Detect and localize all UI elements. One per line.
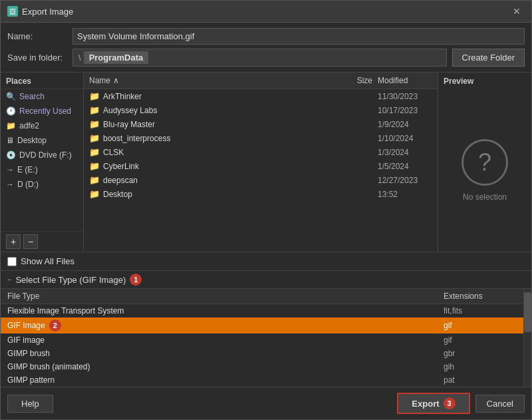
file-type-row[interactable]: GIMP pattern pat bbox=[1, 373, 523, 387]
col-type-header: File Type bbox=[7, 292, 444, 301]
title-bar: 🖼 Export Image ✕ bbox=[1, 1, 531, 23]
file-row[interactable]: 📁ArkThinker 11/30/2023 bbox=[84, 89, 438, 103]
file-row[interactable]: 📁Blu-ray Master 1/9/2024 bbox=[84, 117, 438, 131]
file-type-list: Flexible Image Transport System fit,fits… bbox=[1, 304, 523, 387]
dialog-title: Export Image bbox=[22, 7, 73, 17]
file-row[interactable]: 📁CyberLink 1/5/2024 bbox=[84, 159, 438, 173]
desktop-icon: 🖥 bbox=[6, 136, 14, 145]
preview-panel: Preview ? No selection bbox=[438, 73, 531, 252]
action-bar: Help Export 3 Cancel bbox=[1, 387, 531, 419]
places-panel: Places 🔍 Search 🕐 Recently Used 📁 adfe2 … bbox=[1, 73, 84, 252]
help-button[interactable]: Help bbox=[7, 395, 53, 413]
add-place-button[interactable]: + bbox=[6, 234, 21, 249]
select-file-type-label: Select File Type (GIF Image) bbox=[15, 275, 126, 285]
export-image-dialog: 🖼 Export Image ✕ Name: Save in folder: \… bbox=[0, 0, 532, 420]
search-icon: 🔍 bbox=[6, 92, 16, 101]
save-in-label: Save in folder: bbox=[7, 53, 67, 63]
toggle-icon: − bbox=[7, 276, 11, 284]
folder-icon: 📁 bbox=[89, 119, 100, 129]
remove-place-button[interactable]: − bbox=[23, 234, 38, 249]
places-header: Places bbox=[1, 73, 83, 89]
breadcrumb-bar: \ ProgramData bbox=[72, 49, 447, 67]
file-type-section: File Type Extensions Flexible Image Tran… bbox=[1, 289, 531, 387]
folder-icon: 📁 bbox=[89, 161, 100, 171]
places-label-adfe2: adfe2 bbox=[19, 121, 39, 130]
file-type-row[interactable]: GIMP brush (animated) gih bbox=[1, 360, 523, 373]
breadcrumb-sep: \ bbox=[78, 53, 81, 63]
clock-icon: 🕐 bbox=[6, 106, 16, 116]
folder-icon: 📁 bbox=[6, 121, 16, 130]
create-folder-button[interactable]: Create Folder bbox=[452, 49, 525, 67]
preview-header: Preview bbox=[438, 73, 479, 89]
places-label-e: E (E:) bbox=[17, 165, 38, 174]
places-label-desktop: Desktop bbox=[17, 136, 47, 145]
file-row[interactable]: 📁boost_interprocess 1/10/2024 bbox=[84, 131, 438, 145]
select-file-type-bar[interactable]: − Select File Type (GIF Image) 1 bbox=[1, 270, 531, 289]
places-label-dvd: DVD Drive (F:) bbox=[19, 150, 72, 160]
file-panel: Name ∧ Size Modified 📁ArkThinker 11/30/2… bbox=[84, 73, 438, 252]
name-label: Name: bbox=[7, 31, 67, 41]
dvd-icon: 💿 bbox=[6, 150, 16, 160]
folder-icon: 📁 bbox=[89, 189, 100, 199]
top-section: Name: Save in folder: \ ProgramData Crea… bbox=[1, 23, 531, 73]
file-type-scrollbar[interactable] bbox=[523, 289, 531, 387]
drive-e-icon: → bbox=[6, 165, 14, 174]
file-row[interactable]: 📁Desktop 13:52 bbox=[84, 187, 438, 201]
file-row[interactable]: 📁CLSK 1/3/2024 bbox=[84, 145, 438, 159]
annotation-badge-1: 1 bbox=[130, 274, 142, 286]
sort-arrow-icon: ∧ bbox=[113, 76, 119, 85]
file-type-row[interactable]: GIMP brush gbr bbox=[1, 347, 523, 360]
preview-no-selection: No selection bbox=[463, 192, 507, 202]
preview-area: ? No selection bbox=[462, 89, 508, 252]
places-item-dvd[interactable]: 💿 DVD Drive (F:) bbox=[1, 148, 83, 162]
preview-placeholder-icon: ? bbox=[462, 139, 508, 186]
file-type-header: File Type Extensions bbox=[1, 289, 523, 304]
show-all-label: Show All Files bbox=[21, 256, 74, 266]
filename-input[interactable] bbox=[72, 28, 525, 45]
show-all-row: Show All Files bbox=[1, 252, 531, 270]
file-row[interactable]: 📁Audyssey Labs 10/17/2023 bbox=[84, 103, 438, 117]
file-type-row[interactable]: GIF image gif bbox=[1, 333, 523, 347]
places-item-d[interactable]: → D (D:) bbox=[1, 177, 83, 192]
folder-icon: 📁 bbox=[89, 133, 100, 143]
places-actions: + − bbox=[1, 231, 83, 252]
folder-icon: 📁 bbox=[89, 175, 100, 185]
file-type-row[interactable]: Flexible Image Transport System fit,fits bbox=[1, 304, 523, 317]
drive-d-icon: → bbox=[6, 180, 14, 189]
app-icon: 🖼 bbox=[7, 6, 18, 17]
file-row[interactable]: 📁deepscan 12/27/2023 bbox=[84, 173, 438, 187]
annotation-badge-2: 2 bbox=[49, 319, 61, 331]
file-list: 📁ArkThinker 11/30/2023 📁Audyssey Labs 10… bbox=[84, 89, 438, 252]
col-name-header[interactable]: Name ∧ bbox=[84, 76, 331, 85]
scrollbar-thumb bbox=[524, 292, 531, 332]
bottom-section: Show All Files − Select File Type (GIF I… bbox=[1, 252, 531, 419]
file-type-row-selected[interactable]: GIF Image 2 gif bbox=[1, 317, 523, 333]
places-list: 🔍 Search 🕐 Recently Used 📁 adfe2 🖥 Deskt… bbox=[1, 89, 83, 231]
cancel-button[interactable]: Cancel bbox=[475, 395, 525, 413]
places-label-d: D (D:) bbox=[17, 180, 39, 189]
col-modified-header[interactable]: Modified bbox=[378, 76, 438, 85]
show-all-checkbox[interactable] bbox=[7, 257, 17, 266]
folder-icon: 📁 bbox=[89, 147, 100, 157]
breadcrumb-folder[interactable]: ProgramData bbox=[84, 51, 149, 64]
folder-icon: 📁 bbox=[89, 91, 100, 101]
places-item-desktop[interactable]: 🖥 Desktop bbox=[1, 133, 83, 148]
places-label-search: Search bbox=[19, 92, 45, 101]
annotation-badge-3: 3 bbox=[444, 397, 456, 409]
places-item-recently-used[interactable]: 🕐 Recently Used bbox=[1, 104, 83, 118]
places-item-e[interactable]: → E (E:) bbox=[1, 162, 83, 177]
places-item-search[interactable]: 🔍 Search bbox=[1, 89, 83, 104]
close-button[interactable]: ✕ bbox=[509, 5, 525, 18]
folder-icon: 📁 bbox=[89, 105, 100, 115]
export-button[interactable]: Export 3 bbox=[397, 393, 469, 414]
action-right: Export 3 Cancel bbox=[397, 393, 525, 414]
col-ext-header: Extensions bbox=[444, 292, 517, 301]
col-size-header[interactable]: Size bbox=[331, 76, 378, 85]
file-list-header: Name ∧ Size Modified bbox=[84, 73, 438, 89]
places-item-adfe2[interactable]: 📁 adfe2 bbox=[1, 118, 83, 133]
places-label-recently-used: Recently Used bbox=[19, 106, 71, 116]
main-area: Places 🔍 Search 🕐 Recently Used 📁 adfe2 … bbox=[1, 73, 531, 252]
